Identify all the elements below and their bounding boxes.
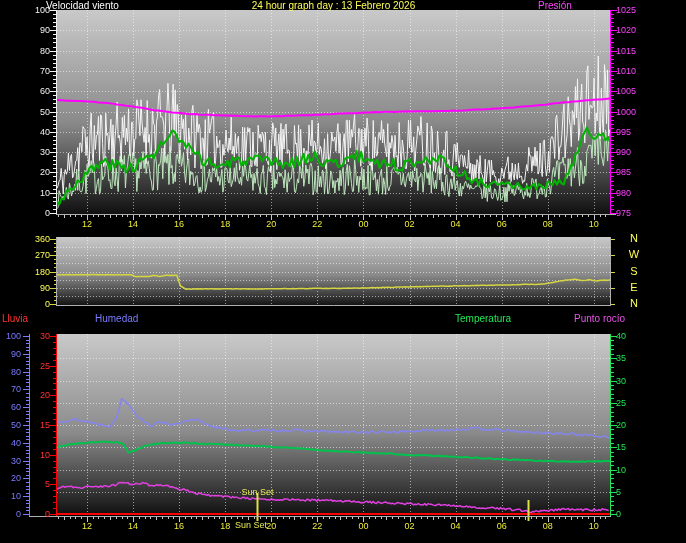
rain-axis-tick-label: 30: [40, 331, 50, 341]
compass-letter: N: [626, 298, 642, 308]
temperature-axis-tick-label: 35: [616, 353, 626, 363]
hour-tick-label: 20: [259, 521, 283, 531]
compass-letter: W: [626, 249, 642, 259]
wind-axis-tick-label: 40: [40, 127, 50, 137]
direction-axis-tick-label: 0: [45, 299, 50, 309]
hour-tick-label: 12: [75, 521, 99, 531]
wind-axis-tick-label: 70: [40, 66, 50, 76]
wind-axis-tick-label: 90: [40, 25, 50, 35]
hour-tick-label: 02: [398, 219, 422, 229]
hour-tick-label: 04: [444, 219, 468, 229]
temperature-axis-tick-label: 5: [616, 487, 621, 497]
rain-legend-label: Lluvia: [2, 313, 28, 324]
wind-axis-tick-label: 100: [35, 5, 50, 15]
pressure-axis-tick-label: 980: [616, 188, 631, 198]
temperature-axis-tick-label: 30: [616, 376, 626, 386]
weather-graph-window: Velocidad viento 24 hour graph day : 13 …: [0, 0, 686, 543]
hour-tick-label: 02: [398, 521, 422, 531]
wind-axis-tick-label: 50: [40, 107, 50, 117]
temperature-axis-tick-label: 10: [616, 465, 626, 475]
humidity-axis-tick-label: 60: [11, 402, 21, 412]
hour-tick-label: 10: [582, 219, 606, 229]
sunset-annotation-label: Sun Set: [225, 487, 290, 498]
wind-axis-tick-label: 20: [40, 167, 50, 177]
rain-axis-tick-label: 25: [40, 361, 50, 371]
humidity-axis-tick-label: 90: [11, 349, 21, 359]
hour-tick-label: 00: [351, 219, 375, 229]
wind-axis-tick-label: 80: [40, 46, 50, 56]
hour-tick-label: 12: [75, 219, 99, 229]
humidity-axis-tick-label: 10: [11, 491, 21, 501]
pressure-axis-tick-label: 975: [616, 208, 631, 218]
dew-point-legend-label: Punto rocío: [574, 313, 625, 324]
wind-axis-tick-label: 10: [40, 188, 50, 198]
hour-tick-label: 06: [490, 219, 514, 229]
temperature-axis-tick-label: 20: [616, 420, 626, 430]
humidity-axis-tick-label: 40: [11, 438, 21, 448]
pressure-axis-tick-label: 995: [616, 127, 631, 137]
hour-tick-label: 14: [121, 521, 145, 531]
hour-tick-label: 22: [305, 219, 329, 229]
compass-letter: N: [626, 233, 642, 243]
humidity-axis-tick-label: 100: [6, 331, 21, 341]
hour-tick-label: 16: [167, 219, 191, 229]
hour-tick-label: 16: [167, 521, 191, 531]
rain-axis-tick-label: 0: [45, 509, 50, 519]
hour-tick-label: 08: [536, 521, 560, 531]
labels-layer: Velocidad viento 24 hour graph day : 13 …: [0, 0, 686, 543]
temperature-axis-tick-label: 25: [616, 398, 626, 408]
temperature-legend-label: Temperatura: [455, 313, 511, 324]
pressure-axis-tick-label: 1020: [616, 25, 636, 35]
humidity-axis-tick-label: 50: [11, 420, 21, 430]
pressure-axis-tick-label: 1000: [616, 107, 636, 117]
compass-letter: S: [626, 266, 642, 276]
humidity-axis-tick-label: 0: [16, 509, 21, 519]
page-title: 24 hour graph day : 13 Febrero 2026: [57, 0, 610, 11]
rain-axis-tick-label: 10: [40, 450, 50, 460]
hour-tick-label: 00: [351, 521, 375, 531]
pressure-axis-tick-label: 1025: [616, 5, 636, 15]
pressure-axis-tick-label: 985: [616, 167, 631, 177]
direction-axis-tick-label: 360: [35, 234, 50, 244]
hour-tick-label: 04: [444, 521, 468, 531]
humidity-axis-tick-label: 70: [11, 384, 21, 394]
pressure-axis-tick-label: 1010: [616, 66, 636, 76]
humidity-legend-label: Humedad: [95, 313, 138, 324]
rain-axis-tick-label: 20: [40, 390, 50, 400]
hour-tick-label: 18: [213, 521, 237, 531]
temperature-axis-tick-label: 0: [616, 509, 621, 519]
hour-tick-label: 14: [121, 219, 145, 229]
hour-tick-label: 10: [582, 521, 606, 531]
rain-axis-tick-label: 5: [45, 479, 50, 489]
pressure-axis-tick-label: 990: [616, 147, 631, 157]
humidity-axis-tick-label: 80: [11, 367, 21, 377]
wind-axis-tick-label: 30: [40, 147, 50, 157]
hour-tick-label: 20: [259, 219, 283, 229]
direction-axis-tick-label: 180: [35, 267, 50, 277]
compass-letter: E: [626, 282, 642, 292]
humidity-axis-tick-label: 30: [11, 456, 21, 466]
pressure-axis-tick-label: 1005: [616, 86, 636, 96]
hour-tick-label: 22: [305, 521, 329, 531]
rain-axis-tick-label: 15: [40, 420, 50, 430]
direction-axis-tick-label: 270: [35, 250, 50, 260]
wind-axis-tick-label: 0: [45, 208, 50, 218]
wind-axis-tick-label: 60: [40, 86, 50, 96]
hour-tick-label: 18: [213, 219, 237, 229]
hour-tick-label: 06: [490, 521, 514, 531]
temperature-axis-tick-label: 40: [616, 331, 626, 341]
pressure-axis-tick-label: 1015: [616, 46, 636, 56]
pressure-legend-label: Presión: [538, 0, 572, 11]
temperature-axis-tick-label: 15: [616, 442, 626, 452]
humidity-axis-tick-label: 20: [11, 473, 21, 483]
hour-tick-label: 08: [536, 219, 560, 229]
direction-axis-tick-label: 90: [40, 283, 50, 293]
